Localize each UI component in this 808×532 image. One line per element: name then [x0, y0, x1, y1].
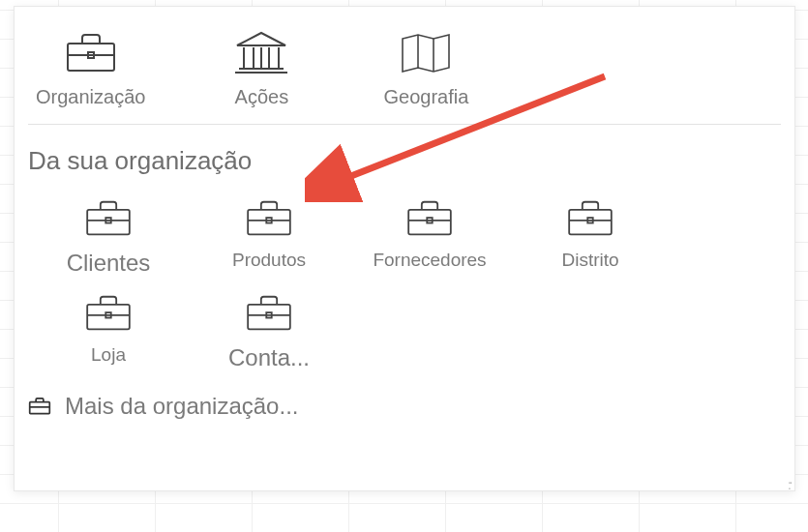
- item-produtos[interactable]: Produtos: [196, 197, 342, 277]
- category-label: Organização: [36, 86, 145, 108]
- category-organizacao[interactable]: Organização: [36, 30, 145, 108]
- svg-rect-16: [248, 210, 290, 234]
- svg-rect-28: [248, 305, 290, 329]
- briefcase-icon: [64, 30, 118, 76]
- item-label: Fornecedores: [373, 250, 486, 271]
- item-distrito[interactable]: Distrito: [518, 197, 663, 277]
- svg-rect-31: [30, 402, 50, 414]
- map-icon: [399, 30, 453, 76]
- section-title: Da sua organização: [15, 125, 794, 182]
- briefcase-icon: [404, 197, 455, 240]
- bank-icon: [233, 30, 289, 76]
- more-from-org[interactable]: Mais da organização...: [15, 371, 794, 429]
- svg-rect-22: [569, 210, 612, 234]
- svg-marker-3: [237, 33, 285, 45]
- item-clientes[interactable]: Clientes: [36, 197, 181, 277]
- more-label: Mais da organização...: [65, 393, 298, 420]
- item-label: Produtos: [232, 250, 306, 271]
- briefcase-icon: [244, 292, 294, 335]
- briefcase-small-icon: [28, 397, 51, 416]
- briefcase-icon: [83, 292, 134, 335]
- item-label: Conta...: [228, 344, 310, 371]
- category-acoes[interactable]: Ações: [213, 30, 310, 108]
- item-loja[interactable]: Loja: [36, 292, 181, 371]
- category-label: Ações: [235, 86, 289, 108]
- briefcase-icon: [565, 197, 615, 240]
- item-label: Distrito: [561, 250, 618, 271]
- briefcase-icon: [83, 197, 134, 240]
- item-conta[interactable]: Conta...: [196, 292, 342, 371]
- resize-grip[interactable]: ...: [788, 477, 791, 488]
- item-label: Loja: [91, 344, 126, 366]
- entity-picker-panel: Organização Ações: [14, 6, 795, 491]
- briefcase-icon: [244, 197, 294, 240]
- org-items-row: Clientes Produtos: [15, 182, 794, 371]
- category-label: Geografia: [383, 86, 468, 108]
- svg-rect-19: [408, 210, 451, 234]
- svg-rect-13: [87, 210, 130, 234]
- svg-rect-25: [87, 305, 130, 329]
- top-categories-row: Organização Ações: [15, 7, 794, 120]
- item-fornecedores[interactable]: Fornecedores: [357, 197, 502, 277]
- category-geografia[interactable]: Geografia: [377, 30, 474, 108]
- item-label: Clientes: [67, 250, 151, 277]
